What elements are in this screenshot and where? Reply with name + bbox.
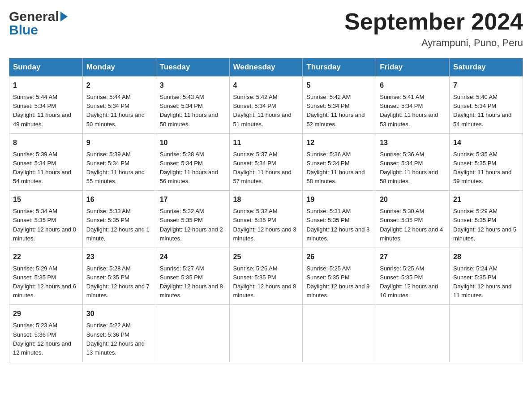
- calendar-cell: 1Sunrise: 5:44 AMSunset: 5:34 PMDaylight…: [9, 77, 83, 134]
- calendar-header-friday: Friday: [376, 58, 450, 77]
- calendar-cell: 18Sunrise: 5:32 AMSunset: 5:35 PMDayligh…: [229, 191, 303, 248]
- day-info: Sunrise: 5:37 AMSunset: 5:34 PMDaylight:…: [233, 150, 299, 186]
- logo-general-text: General: [9, 9, 68, 24]
- calendar-cell: [303, 305, 376, 362]
- day-number: 22: [13, 252, 79, 262]
- calendar-cell: [376, 305, 450, 362]
- day-number: 2: [86, 80, 152, 91]
- day-number: 26: [306, 252, 372, 262]
- day-info: Sunrise: 5:31 AMSunset: 5:35 PMDaylight:…: [306, 207, 372, 243]
- calendar-cell: 29Sunrise: 5:23 AMSunset: 5:36 PMDayligh…: [9, 305, 83, 362]
- page-header: General Blue September 2024 Ayrampuni, P…: [9, 9, 523, 49]
- day-info: Sunrise: 5:33 AMSunset: 5:35 PMDaylight:…: [86, 207, 152, 243]
- day-info: Sunrise: 5:25 AMSunset: 5:35 PMDaylight:…: [380, 264, 446, 300]
- calendar-cell: 19Sunrise: 5:31 AMSunset: 5:35 PMDayligh…: [303, 191, 376, 248]
- day-number: 1: [13, 80, 79, 91]
- day-number: 13: [380, 137, 446, 148]
- calendar-cell: 15Sunrise: 5:34 AMSunset: 5:35 PMDayligh…: [9, 191, 83, 248]
- calendar-cell: 17Sunrise: 5:32 AMSunset: 5:35 PMDayligh…: [156, 191, 229, 248]
- location-subtitle: Ayrampuni, Puno, Peru: [344, 37, 523, 49]
- calendar-header-tuesday: Tuesday: [156, 58, 229, 77]
- day-info: Sunrise: 5:22 AMSunset: 5:36 PMDaylight:…: [86, 321, 152, 357]
- calendar-cell: 25Sunrise: 5:26 AMSunset: 5:35 PMDayligh…: [229, 248, 303, 305]
- day-info: Sunrise: 5:42 AMSunset: 5:34 PMDaylight:…: [233, 93, 299, 129]
- calendar-header-row: SundayMondayTuesdayWednesdayThursdayFrid…: [9, 58, 523, 77]
- day-number: 29: [13, 308, 79, 319]
- calendar-cell: 24Sunrise: 5:27 AMSunset: 5:35 PMDayligh…: [156, 248, 229, 305]
- day-info: Sunrise: 5:29 AMSunset: 5:35 PMDaylight:…: [13, 264, 79, 300]
- day-number: 27: [380, 252, 446, 262]
- calendar-cell: 5Sunrise: 5:42 AMSunset: 5:34 PMDaylight…: [303, 77, 376, 134]
- calendar-week-row: 22Sunrise: 5:29 AMSunset: 5:35 PMDayligh…: [9, 248, 523, 305]
- logo: General Blue: [9, 9, 68, 38]
- day-number: 30: [86, 308, 152, 319]
- day-info: Sunrise: 5:36 AMSunset: 5:34 PMDaylight:…: [306, 150, 372, 186]
- calendar-cell: 23Sunrise: 5:28 AMSunset: 5:35 PMDayligh…: [82, 248, 156, 305]
- calendar-header-thursday: Thursday: [303, 58, 376, 77]
- day-number: 17: [160, 194, 226, 205]
- day-info: Sunrise: 5:40 AMSunset: 5:34 PMDaylight:…: [453, 93, 519, 129]
- day-info: Sunrise: 5:38 AMSunset: 5:34 PMDaylight:…: [160, 150, 226, 186]
- day-info: Sunrise: 5:44 AMSunset: 5:34 PMDaylight:…: [13, 93, 79, 129]
- calendar-cell: 14Sunrise: 5:35 AMSunset: 5:35 PMDayligh…: [450, 133, 523, 191]
- calendar-header-wednesday: Wednesday: [229, 58, 303, 77]
- day-info: Sunrise: 5:41 AMSunset: 5:34 PMDaylight:…: [380, 93, 446, 129]
- day-info: Sunrise: 5:30 AMSunset: 5:35 PMDaylight:…: [380, 207, 446, 243]
- calendar-week-row: 29Sunrise: 5:23 AMSunset: 5:36 PMDayligh…: [9, 305, 523, 362]
- calendar-header-saturday: Saturday: [450, 58, 523, 77]
- calendar-cell: 21Sunrise: 5:29 AMSunset: 5:35 PMDayligh…: [450, 191, 523, 248]
- calendar-cell: 28Sunrise: 5:24 AMSunset: 5:35 PMDayligh…: [450, 248, 523, 305]
- day-number: 7: [453, 80, 519, 91]
- day-number: 11: [233, 137, 299, 148]
- day-info: Sunrise: 5:29 AMSunset: 5:35 PMDaylight:…: [453, 207, 519, 243]
- day-info: Sunrise: 5:42 AMSunset: 5:34 PMDaylight:…: [306, 93, 372, 129]
- calendar-cell: [156, 305, 229, 362]
- day-number: 23: [86, 252, 152, 262]
- day-number: 25: [233, 252, 299, 262]
- calendar-week-row: 8Sunrise: 5:39 AMSunset: 5:34 PMDaylight…: [9, 133, 523, 191]
- day-number: 16: [86, 194, 152, 205]
- calendar-cell: 6Sunrise: 5:41 AMSunset: 5:34 PMDaylight…: [376, 77, 450, 134]
- day-info: Sunrise: 5:39 AMSunset: 5:34 PMDaylight:…: [13, 150, 79, 186]
- day-number: 4: [233, 80, 299, 91]
- logo-general-label: General: [9, 9, 59, 24]
- day-number: 19: [306, 194, 372, 205]
- calendar-cell: 8Sunrise: 5:39 AMSunset: 5:34 PMDaylight…: [9, 133, 83, 191]
- day-info: Sunrise: 5:32 AMSunset: 5:35 PMDaylight:…: [233, 207, 299, 243]
- calendar-week-row: 1Sunrise: 5:44 AMSunset: 5:34 PMDaylight…: [9, 77, 523, 134]
- day-info: Sunrise: 5:34 AMSunset: 5:35 PMDaylight:…: [13, 207, 79, 243]
- day-number: 21: [453, 194, 519, 205]
- day-number: 15: [13, 194, 79, 205]
- day-number: 9: [86, 137, 152, 148]
- day-number: 6: [380, 80, 446, 91]
- calendar-cell: 12Sunrise: 5:36 AMSunset: 5:34 PMDayligh…: [303, 133, 376, 191]
- day-info: Sunrise: 5:44 AMSunset: 5:34 PMDaylight:…: [86, 93, 152, 129]
- calendar-cell: 3Sunrise: 5:43 AMSunset: 5:34 PMDaylight…: [156, 77, 229, 134]
- day-number: 3: [160, 80, 226, 91]
- title-area: September 2024 Ayrampuni, Puno, Peru: [344, 9, 523, 49]
- calendar-cell: 4Sunrise: 5:42 AMSunset: 5:34 PMDaylight…: [229, 77, 303, 134]
- day-info: Sunrise: 5:39 AMSunset: 5:34 PMDaylight:…: [86, 150, 152, 186]
- calendar-cell: 27Sunrise: 5:25 AMSunset: 5:35 PMDayligh…: [376, 248, 450, 305]
- calendar-cell: 13Sunrise: 5:36 AMSunset: 5:34 PMDayligh…: [376, 133, 450, 191]
- day-number: 18: [233, 194, 299, 205]
- day-number: 10: [160, 137, 226, 148]
- calendar-table: SundayMondayTuesdayWednesdayThursdayFrid…: [9, 58, 523, 362]
- day-info: Sunrise: 5:36 AMSunset: 5:34 PMDaylight:…: [380, 150, 446, 186]
- calendar-header-monday: Monday: [82, 58, 156, 77]
- day-number: 20: [380, 194, 446, 205]
- calendar-cell: [229, 305, 303, 362]
- calendar-cell: 20Sunrise: 5:30 AMSunset: 5:35 PMDayligh…: [376, 191, 450, 248]
- calendar-cell: 7Sunrise: 5:40 AMSunset: 5:34 PMDaylight…: [450, 77, 523, 134]
- day-number: 14: [453, 137, 519, 148]
- day-info: Sunrise: 5:26 AMSunset: 5:35 PMDaylight:…: [233, 264, 299, 300]
- day-info: Sunrise: 5:27 AMSunset: 5:35 PMDaylight:…: [160, 264, 226, 300]
- calendar-cell: 16Sunrise: 5:33 AMSunset: 5:35 PMDayligh…: [82, 191, 156, 248]
- day-info: Sunrise: 5:35 AMSunset: 5:35 PMDaylight:…: [453, 150, 519, 186]
- calendar-cell: 11Sunrise: 5:37 AMSunset: 5:34 PMDayligh…: [229, 133, 303, 191]
- day-number: 24: [160, 252, 226, 262]
- day-info: Sunrise: 5:25 AMSunset: 5:35 PMDaylight:…: [306, 264, 372, 300]
- day-number: 8: [13, 137, 79, 148]
- day-info: Sunrise: 5:24 AMSunset: 5:35 PMDaylight:…: [453, 264, 519, 300]
- day-number: 12: [306, 137, 372, 148]
